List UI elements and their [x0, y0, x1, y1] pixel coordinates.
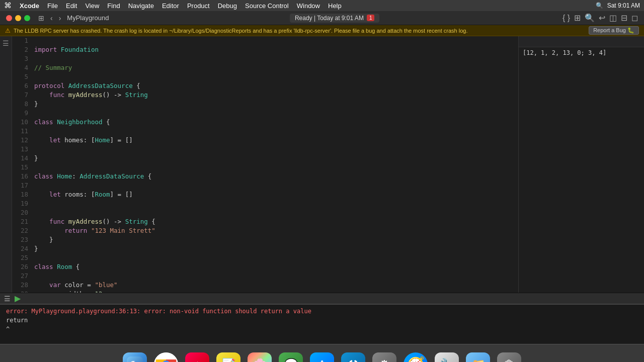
code-lines[interactable]: import Foundation // Summary protocol Ad…: [32, 36, 518, 293]
code-line-8: }: [32, 100, 518, 109]
layout3-icon[interactable]: ◻: [631, 13, 638, 23]
code-line-22: return "123 Main Strett": [32, 226, 518, 235]
code-line-19: [32, 199, 518, 208]
minimize-button[interactable]: [15, 15, 21, 21]
menu-source-control[interactable]: Source Control: [245, 2, 289, 10]
dock-folder[interactable]: 📁: [464, 351, 492, 363]
menu-view[interactable]: View: [85, 2, 99, 10]
sidebar-gutter: ☰: [0, 36, 12, 293]
code-line-4: // Summary: [32, 63, 518, 72]
code-line-18: let rooms: [Room] = []: [32, 190, 518, 199]
code-line-5: [32, 72, 518, 81]
menu-debug[interactable]: Debug: [218, 2, 237, 10]
code-line-1: [32, 36, 518, 45]
result-header: [519, 36, 644, 47]
nav-forward[interactable]: ›: [57, 14, 63, 22]
dock: ♪ 📝 🌸 💬 A ⚒ ⚙ 🧭 🔧 📁 🗑: [0, 344, 644, 362]
result-value: [12, 1, 2, 13, 0; 3, 4]: [523, 49, 606, 56]
title-bar: ⊞ ‹ › MyPlayground Ready | Today at 9:01…: [0, 11, 644, 25]
warning-text: The LLDB RPC server has crashed. The cra…: [14, 28, 467, 34]
layout1-icon[interactable]: ◫: [609, 13, 617, 23]
close-button[interactable]: [6, 15, 12, 21]
dock-trash[interactable]: 🗑: [496, 351, 523, 363]
code-line-25: [32, 253, 518, 262]
code-line-20: [32, 208, 518, 217]
sidebar-toggle-icon[interactable]: ☰: [2, 38, 10, 48]
code-line-6: protocol AddressDataSource {: [32, 81, 518, 90]
dock-messages[interactable]: 💬: [277, 351, 304, 363]
dock-xcode[interactable]: ⚒: [340, 351, 367, 363]
code-line-16: class Home: AddressDataSource {: [32, 172, 518, 181]
search-icon[interactable]: 🔍: [596, 2, 603, 9]
menu-status: 🔍 Sat 9:01 AM: [596, 2, 640, 9]
output-caret-line: ^: [6, 325, 638, 334]
menu-navigate[interactable]: Navigate: [128, 2, 154, 10]
menu-window[interactable]: Window: [297, 2, 320, 10]
menu-help[interactable]: Help: [328, 2, 342, 10]
traffic-lights: [0, 15, 36, 21]
trash-icon: 🗑: [497, 352, 521, 363]
dock-instruments[interactable]: 🔧: [433, 351, 460, 363]
code-line-27: [32, 272, 518, 281]
code-line-13: [32, 145, 518, 154]
menu-xcode[interactable]: Xcode: [20, 2, 39, 10]
code-line-10: class Neighborhood {: [32, 118, 518, 127]
breadcrumb: MyPlayground: [63, 14, 113, 22]
dock-notes[interactable]: 📝: [215, 351, 242, 363]
status-time: Sat 9:01 AM: [607, 2, 640, 9]
editor-toolbar: ☰ ▶: [0, 293, 644, 304]
folder-icon: 📁: [466, 352, 490, 363]
system-prefs-icon: ⚙: [372, 352, 396, 363]
menu-bar: ⌘ Xcode File Edit View Find Navigate Edi…: [0, 0, 644, 11]
dock-chrome[interactable]: [152, 351, 180, 363]
menu-product[interactable]: Product: [187, 2, 210, 10]
output-error-line: error: MyPlayground.playground:36:13: er…: [6, 307, 638, 316]
inspector-icon[interactable]: 🔍: [585, 13, 595, 23]
code-line-7: func myAddress() -> String: [32, 90, 518, 100]
jump-icon[interactable]: ↩: [599, 13, 605, 23]
console-toggle-icon[interactable]: ☰: [4, 295, 11, 303]
nav-back[interactable]: ‹: [48, 14, 55, 22]
warning-icon: ⚠: [5, 27, 11, 34]
maximize-button[interactable]: [24, 15, 30, 21]
dock-appstore[interactable]: A: [308, 351, 336, 363]
code-line-21: func myAddress() -> String {: [32, 217, 518, 226]
error-badge: 1: [367, 15, 375, 21]
code-line-9: [32, 109, 518, 118]
code-line-24: }: [32, 244, 518, 253]
code-line-2: import Foundation: [32, 45, 518, 54]
menu-find[interactable]: Find: [107, 2, 120, 10]
photos-icon: 🌸: [248, 352, 272, 363]
safari-icon: 🧭: [404, 352, 428, 363]
music-icon: ♪: [185, 352, 209, 363]
code-line-28: var color = "blue": [32, 281, 518, 290]
layout2-icon[interactable]: ⊟: [621, 13, 627, 23]
code-editor[interactable]: 12345 678910 1112131415 1617181920 21222…: [12, 36, 518, 293]
output-console: error: MyPlayground.playground:36:13: er…: [0, 304, 644, 344]
code-line-11: [32, 127, 518, 136]
chrome-icon: [154, 352, 178, 363]
report-bug-button[interactable]: Report a Bug 🐛: [589, 26, 639, 35]
dock-finder[interactable]: [121, 351, 148, 363]
run-button[interactable]: ▶: [15, 294, 21, 303]
menu-editor[interactable]: Editor: [162, 2, 179, 10]
code-line-14: }: [32, 154, 518, 163]
xcode-icon: ⚒: [341, 352, 365, 363]
output-return-line: return: [6, 316, 638, 325]
apple-menu[interactable]: ⌘: [4, 1, 12, 10]
menu-file[interactable]: File: [47, 2, 58, 10]
dock-photos[interactable]: 🌸: [246, 351, 273, 363]
ready-text: Ready | Today at 9:01 AM: [295, 15, 364, 22]
dock-system-prefs[interactable]: ⚙: [371, 351, 398, 363]
code-line-23: }: [32, 235, 518, 244]
code-line-26: class Room {: [32, 262, 518, 272]
code-structure-icon[interactable]: { }: [562, 14, 570, 23]
dock-music[interactable]: ♪: [184, 351, 211, 363]
toolbar-right: { } ⊞ 🔍 ↩ ◫ ⊟ ◻: [556, 13, 644, 23]
nav-sidebar-toggle[interactable]: ⊞: [36, 14, 46, 22]
notes-icon: 📝: [216, 352, 240, 363]
code-line-29: var width = 12: [32, 290, 518, 293]
dock-safari[interactable]: 🧭: [402, 351, 429, 363]
library-icon[interactable]: ⊞: [574, 13, 581, 23]
menu-edit[interactable]: Edit: [66, 2, 77, 10]
